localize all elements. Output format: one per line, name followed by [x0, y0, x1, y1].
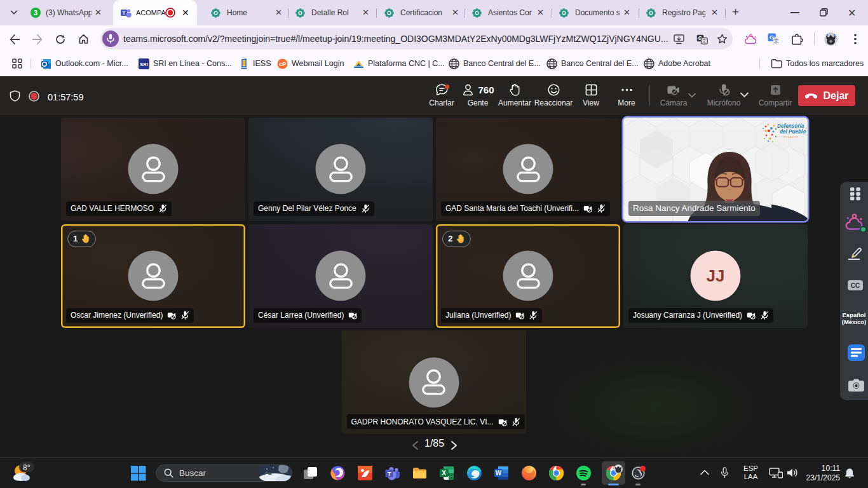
svg-text:T: T — [388, 471, 391, 477]
svg-text:X: X — [442, 470, 446, 477]
svg-text:W: W — [496, 470, 502, 477]
